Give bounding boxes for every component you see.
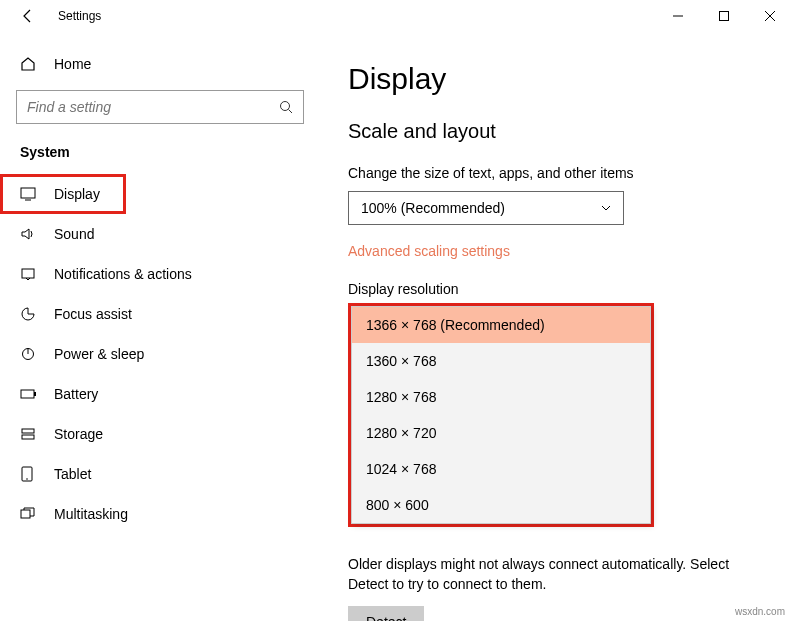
search-icon — [279, 100, 293, 114]
tablet-icon — [20, 466, 40, 482]
nav-label: Display — [54, 186, 100, 202]
resolution-option[interactable]: 1280 × 720 — [352, 415, 650, 451]
sidebar-home-label: Home — [54, 56, 91, 72]
sound-icon — [20, 227, 40, 241]
resolution-option[interactable]: 1280 × 768 — [352, 379, 650, 415]
resolution-option[interactable]: 800 × 600 — [352, 487, 650, 523]
minimize-button[interactable] — [655, 0, 701, 32]
svg-rect-12 — [34, 392, 36, 396]
resolution-dropdown-highlight: 1366 × 768 (Recommended) 1360 × 768 1280… — [348, 303, 654, 527]
nav-label: Focus assist — [54, 306, 132, 322]
advanced-scaling-link[interactable]: Advanced scaling settings — [348, 243, 769, 259]
search-box[interactable] — [16, 90, 304, 124]
svg-rect-1 — [720, 12, 729, 21]
display-icon — [20, 187, 40, 201]
svg-rect-6 — [21, 188, 35, 198]
titlebar: Settings — [0, 0, 793, 32]
sidebar-item-power-sleep[interactable]: Power & sleep — [0, 334, 320, 374]
sidebar: Home System Display Sound Notifications … — [0, 32, 320, 621]
main-panel: Display Scale and layout Change the size… — [320, 32, 793, 621]
older-displays-text: Older displays might not always connect … — [348, 555, 769, 594]
nav-label: Battery — [54, 386, 98, 402]
svg-rect-17 — [21, 510, 30, 518]
detect-button[interactable]: Detect — [348, 606, 424, 621]
svg-line-5 — [289, 110, 293, 114]
window-controls — [655, 0, 793, 32]
sidebar-item-tablet[interactable]: Tablet — [0, 454, 320, 494]
maximize-button[interactable] — [701, 0, 747, 32]
section-scale-layout: Scale and layout — [348, 120, 769, 143]
sidebar-item-multitasking[interactable]: Multitasking — [0, 494, 320, 534]
sidebar-home[interactable]: Home — [0, 46, 320, 82]
multitasking-icon — [20, 507, 40, 521]
search-input[interactable] — [27, 99, 279, 115]
resolution-option[interactable]: 1360 × 768 — [352, 343, 650, 379]
svg-rect-14 — [22, 435, 34, 439]
resolution-dropdown-open: 1366 × 768 (Recommended) 1360 × 768 1280… — [351, 306, 651, 524]
sidebar-item-storage[interactable]: Storage — [0, 414, 320, 454]
svg-point-4 — [281, 102, 290, 111]
nav-label: Tablet — [54, 466, 91, 482]
scale-field-label: Change the size of text, apps, and other… — [348, 165, 769, 181]
back-button[interactable] — [18, 6, 38, 26]
home-icon — [20, 56, 40, 72]
nav-label: Power & sleep — [54, 346, 144, 362]
sidebar-item-display[interactable]: Display — [0, 174, 126, 214]
close-button[interactable] — [747, 0, 793, 32]
scale-value: 100% (Recommended) — [361, 200, 505, 216]
page-title: Display — [348, 62, 769, 96]
resolution-option[interactable]: 1024 × 768 — [352, 451, 650, 487]
svg-rect-11 — [21, 390, 34, 398]
power-icon — [20, 346, 40, 362]
svg-rect-8 — [22, 269, 34, 278]
nav-label: Notifications & actions — [54, 266, 192, 282]
sidebar-item-sound[interactable]: Sound — [0, 214, 320, 254]
battery-icon — [20, 388, 40, 400]
sidebar-item-battery[interactable]: Battery — [0, 374, 320, 414]
nav-label: Multitasking — [54, 506, 128, 522]
window-title: Settings — [58, 9, 101, 23]
watermark: wsxdn.com — [735, 606, 785, 617]
svg-point-16 — [26, 478, 28, 480]
sidebar-item-focus-assist[interactable]: Focus assist — [0, 294, 320, 334]
svg-rect-13 — [22, 429, 34, 433]
sidebar-item-notifications[interactable]: Notifications & actions — [0, 254, 320, 294]
scale-dropdown[interactable]: 100% (Recommended) — [348, 191, 624, 225]
chevron-down-icon — [601, 205, 611, 211]
nav-label: Storage — [54, 426, 103, 442]
resolution-option[interactable]: 1366 × 768 (Recommended) — [352, 307, 650, 343]
sidebar-section-header: System — [0, 144, 320, 174]
nav-label: Sound — [54, 226, 94, 242]
notifications-icon — [20, 267, 40, 281]
focus-assist-icon — [20, 306, 40, 322]
storage-icon — [20, 427, 40, 441]
resolution-label: Display resolution — [348, 281, 769, 297]
